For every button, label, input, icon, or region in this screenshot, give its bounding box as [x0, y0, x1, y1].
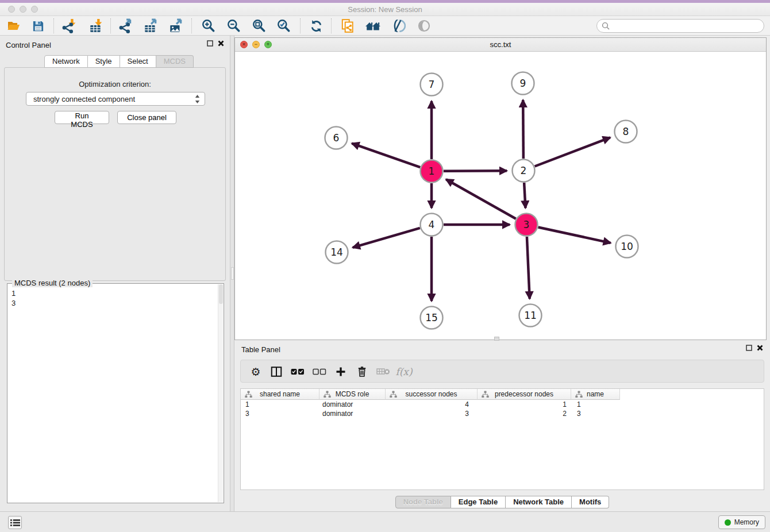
network-view-window: × − + scc.txt 1234678910111415 — [234, 37, 767, 340]
export-network-icon[interactable] — [118, 18, 134, 34]
open-session-icon[interactable] — [6, 18, 22, 34]
zoom-out-icon[interactable] — [226, 18, 242, 34]
table-cell[interactable]: 1 — [571, 400, 620, 409]
graph-node-label-11: 11 — [524, 310, 537, 321]
graph-edge-3-1[interactable] — [446, 179, 515, 218]
graph-edge-2-9[interactable] — [523, 100, 523, 159]
table-header-row: shared name MCDS role successor nodes pr… — [241, 389, 620, 400]
delete-column-icon[interactable] — [375, 364, 391, 380]
graph-node-label-3: 3 — [523, 219, 530, 230]
column-label: MCDS role — [336, 390, 369, 398]
export-table-icon[interactable] — [143, 18, 159, 34]
table-cell[interactable]: 4 — [386, 400, 478, 409]
zoom-in-icon[interactable] — [201, 18, 217, 34]
mcds-result-text[interactable]: 1 3 — [7, 286, 218, 503]
run-mcds-button[interactable]: Run MCDS — [55, 111, 109, 124]
tab-style[interactable]: Style — [88, 55, 120, 68]
graph-edge-1-6[interactable] — [352, 144, 420, 168]
panel-splitter[interactable] — [230, 36, 234, 511]
criterion-select[interactable]: strongly connected component — [26, 92, 205, 106]
column-header-predecessor-nodes[interactable]: predecessor nodes — [478, 389, 571, 400]
add-entry-icon[interactable] — [333, 364, 349, 380]
table-cell[interactable]: 3 — [571, 409, 620, 418]
hide-graphics-details-icon[interactable] — [390, 18, 406, 34]
tab-node-table[interactable]: Node Table — [395, 496, 451, 508]
table-toolbar: ⚙ f(x) — [240, 360, 764, 383]
horizontal-splitter-grip[interactable] — [494, 337, 499, 341]
deselect-all-icon[interactable] — [311, 364, 328, 380]
tab-mcds[interactable]: MCDS — [156, 55, 194, 68]
close-panel-button[interactable]: Close panel — [117, 111, 176, 124]
graph-edge-2-8[interactable] — [535, 137, 610, 166]
save-session-icon[interactable] — [30, 18, 46, 34]
table-row[interactable]: 1dominator411 — [241, 400, 764, 409]
graph-node-label-4: 4 — [429, 219, 435, 230]
app-titlebar: Session: New Session — [0, 3, 770, 16]
close-table-panel-icon[interactable] — [757, 345, 763, 351]
refresh-layout-icon[interactable] — [308, 18, 324, 34]
close-panel-icon[interactable] — [218, 40, 224, 47]
graph-node-label-8: 8 — [623, 126, 629, 137]
search-icon — [602, 22, 610, 30]
mcds-result-box: MCDS result (2 nodes) 1 3 — [7, 283, 224, 503]
column-header-name[interactable]: name — [571, 389, 620, 400]
column-header-shared-name[interactable]: shared name — [241, 389, 319, 400]
function-builder-icon[interactable]: f(x) — [396, 364, 412, 380]
column-label: successor nodes — [405, 390, 457, 398]
import-network-icon[interactable] — [61, 18, 77, 34]
column-tree-icon — [324, 391, 331, 398]
graph-edge-3-11[interactable] — [527, 237, 530, 299]
tab-motifs[interactable]: Motifs — [572, 496, 609, 508]
tab-edge-table[interactable]: Edge Table — [451, 496, 506, 508]
list-icon — [10, 519, 20, 527]
export-image-icon[interactable] — [168, 18, 184, 34]
graph-edge-3-10[interactable] — [538, 227, 611, 242]
graph-node-label-9: 9 — [520, 78, 526, 89]
column-header-successor-nodes[interactable]: successor nodes — [386, 389, 478, 400]
graph-edge-1-2[interactable] — [444, 171, 507, 171]
status-bar: Memory — [0, 511, 770, 532]
splitter-grip[interactable] — [231, 267, 234, 280]
graph-node-label-14: 14 — [330, 246, 343, 258]
import-table-icon[interactable] — [88, 18, 104, 34]
table-tabs: Node TableEdge TableNetwork TableMotifs — [234, 496, 770, 508]
table-cell[interactable]: 1 — [478, 400, 571, 409]
main-toolbar — [0, 16, 770, 36]
show-columns-icon[interactable] — [268, 364, 284, 380]
table-row[interactable]: 3dominator323 — [241, 409, 764, 418]
search-field[interactable] — [596, 19, 764, 33]
memory-button[interactable]: Memory — [718, 515, 765, 529]
table-cell[interactable]: dominator — [319, 400, 386, 409]
tab-network-table[interactable]: Network Table — [506, 496, 572, 508]
graph-node-label-6: 6 — [333, 132, 340, 144]
column-label: predecessor nodes — [495, 390, 553, 398]
float-panel-icon[interactable] — [207, 40, 213, 47]
zoom-fit-icon[interactable] — [251, 18, 267, 34]
table-cell[interactable]: 3 — [386, 409, 478, 418]
zoom-selected-icon[interactable] — [276, 18, 292, 34]
graph-edge-4-14[interactable] — [353, 228, 420, 248]
search-input[interactable] — [612, 21, 764, 31]
bird-view-icon[interactable] — [416, 18, 432, 34]
table-cell[interactable]: 1 — [241, 400, 319, 409]
clone-network-icon[interactable] — [340, 18, 356, 34]
mcds-scrollbar[interactable] — [218, 284, 223, 502]
tab-network[interactable]: Network — [44, 55, 88, 68]
table-settings-icon[interactable]: ⚙ — [248, 364, 264, 380]
graph-edge-2-3[interactable] — [524, 183, 525, 208]
delete-entry-icon[interactable] — [354, 364, 370, 380]
task-history-button[interactable] — [8, 516, 22, 529]
network-canvas[interactable]: 1234678910111415 — [235, 52, 766, 340]
select-all-icon[interactable] — [290, 364, 306, 380]
table-body: 1dominator4113dominator323 — [241, 400, 764, 489]
table-cell[interactable]: 3 — [241, 409, 319, 418]
table-cell[interactable]: dominator — [319, 409, 386, 418]
tab-select[interactable]: Select — [120, 55, 156, 68]
optimization-criterion-label: Optimization criterion: — [5, 80, 225, 88]
float-table-panel-icon[interactable] — [746, 345, 752, 351]
column-header-MCDS-role[interactable]: MCDS role — [319, 389, 386, 400]
network-window-titlebar[interactable]: × − + scc.txt — [235, 38, 766, 52]
criterion-select-value: strongly connected component — [33, 95, 195, 103]
table-cell[interactable]: 2 — [478, 409, 571, 418]
home-icon[interactable] — [365, 18, 381, 34]
